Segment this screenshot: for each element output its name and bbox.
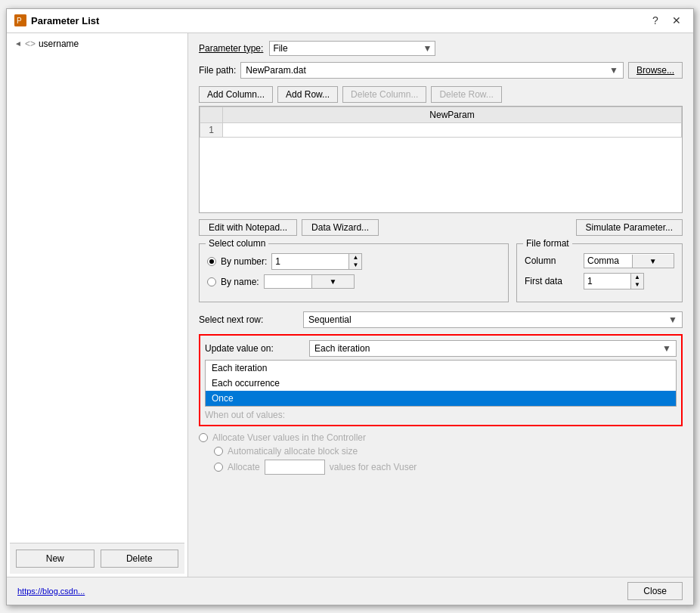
- when-out-row: When out of values:: [205, 410, 677, 420]
- title-bar: P Parameter List ? ✕: [7, 9, 693, 33]
- add-column-button[interactable]: Add Column...: [199, 86, 273, 103]
- update-value-dropdown-list: Each iteration Each occurrence Once: [205, 360, 677, 407]
- dropdown-item-each-occurrence[interactable]: Each occurrence: [206, 376, 676, 391]
- spinner-arrows: ▲ ▼: [348, 254, 361, 269]
- tree-node-icon: <>: [25, 39, 36, 49]
- update-value-value: Each iteration: [314, 343, 370, 354]
- by-number-input[interactable]: [272, 255, 348, 268]
- param-type-row: Parameter type: File ▼: [199, 41, 683, 56]
- first-data-input[interactable]: [584, 274, 630, 288]
- update-value-dropdown[interactable]: Each iteration ▼: [309, 340, 677, 357]
- by-name-label: By name:: [221, 277, 259, 287]
- table-cell[interactable]: [223, 122, 682, 137]
- select-next-row-row: Select next row: Sequential ▼: [199, 311, 683, 328]
- window-close-button[interactable]: ✕: [667, 11, 686, 29]
- select-next-row-dropdown[interactable]: Sequential ▼: [303, 311, 683, 328]
- title-bar-buttons: ? ✕: [646, 11, 686, 29]
- file-format-content: Column Comma ▼ First data ▲: [525, 253, 674, 289]
- when-out-label: When out of values:: [205, 410, 303, 420]
- spinner-down-button[interactable]: ▼: [349, 262, 361, 269]
- parameter-list-dialog: P Parameter List ? ✕ ◄ <> username New D…: [6, 8, 694, 605]
- data-wizard-button[interactable]: Data Wizard...: [302, 219, 379, 236]
- new-button[interactable]: New: [16, 550, 94, 568]
- edit-notepad-button[interactable]: Edit with Notepad...: [199, 219, 297, 236]
- add-row-button[interactable]: Add Row...: [277, 86, 338, 103]
- title-bar-left: P Parameter List: [14, 14, 99, 26]
- by-name-value: [265, 280, 312, 283]
- filepath-arrow-icon: ▼: [609, 65, 618, 76]
- delete-column-button[interactable]: Delete Column...: [342, 86, 426, 103]
- by-name-radio[interactable]: [207, 277, 216, 286]
- first-data-row: First data ▲ ▼: [525, 273, 674, 289]
- allocate-title-label: Allocate Vuser values in the Controller: [212, 432, 366, 443]
- data-table: NewParam 1: [200, 107, 682, 213]
- column-format-label: Column: [525, 255, 578, 266]
- param-type-value: File: [273, 43, 287, 54]
- update-value-arrow-icon: ▼: [662, 343, 671, 354]
- auto-allocate-radio[interactable]: [214, 447, 223, 456]
- allocate-label: Allocate: [228, 462, 260, 472]
- table-row: 1: [200, 122, 682, 137]
- select-next-row-arrow-icon: ▼: [668, 314, 677, 325]
- spinner-up-button[interactable]: ▲: [349, 254, 361, 262]
- browse-button[interactable]: Browse...: [628, 62, 683, 79]
- dialog-title: Parameter List: [31, 15, 99, 26]
- two-col-section: Select column By number: ▲ ▼: [199, 243, 683, 302]
- select-column-group: Select column By number: ▲ ▼: [199, 243, 509, 302]
- close-dialog-button[interactable]: Close: [627, 582, 683, 600]
- column-format-arrow-icon[interactable]: ▼: [632, 255, 674, 268]
- first-data-spinner[interactable]: ▲ ▼: [584, 273, 644, 289]
- dropdown-item-each-iteration[interactable]: Each iteration: [206, 361, 676, 376]
- column-format-dropdown[interactable]: Comma ▼: [584, 253, 674, 268]
- simulate-parameter-button[interactable]: Simulate Parameter...: [576, 219, 683, 236]
- allocate-section: Allocate Vuser values in the Controller …: [199, 432, 683, 478]
- auto-allocate-label: Automatically allocate block size: [228, 446, 358, 457]
- allocate-title-row: Allocate Vuser values in the Controller: [199, 432, 683, 443]
- by-name-arrow-icon[interactable]: ▼: [311, 275, 354, 288]
- table-spacer-row: [200, 137, 682, 212]
- table-row-num: 1: [200, 122, 223, 137]
- dialog-footer: https://blog.csdn... Close: [7, 577, 693, 605]
- delete-button[interactable]: Delete: [101, 550, 179, 568]
- select-column-title: Select column: [206, 238, 268, 249]
- first-data-spinner-arrows: ▲ ▼: [630, 274, 643, 289]
- bottom-toolbar: Edit with Notepad... Data Wizard... Simu…: [199, 219, 683, 236]
- filepath-input[interactable]: NewParam.dat ▼: [240, 62, 624, 79]
- update-value-label: Update value on:: [205, 343, 303, 354]
- tree-item-username[interactable]: ◄ <> username: [10, 36, 184, 51]
- allocate-input[interactable]: [265, 460, 325, 475]
- dropdown-item-once[interactable]: Once: [206, 391, 676, 406]
- values-each-vuser-label: values for each Vuser: [330, 462, 417, 472]
- column-format-value: Comma: [584, 254, 632, 268]
- allocate-section-radio[interactable]: [199, 433, 208, 442]
- footer-link[interactable]: https://blog.csdn...: [17, 587, 85, 596]
- first-data-up-button[interactable]: ▲: [631, 274, 643, 281]
- by-number-label: By number:: [221, 256, 267, 267]
- param-type-dropdown[interactable]: File ▼: [269, 41, 435, 56]
- auto-allocate-row: Automatically allocate block size: [199, 446, 683, 457]
- left-panel-footer: New Delete: [10, 543, 184, 574]
- by-number-row: By number: ▲ ▼: [207, 253, 500, 270]
- update-value-row: Update value on: Each iteration ▼: [205, 340, 677, 357]
- filepath-row: File path: NewParam.dat ▼ Browse...: [199, 62, 683, 79]
- by-number-spinner[interactable]: ▲ ▼: [271, 253, 362, 270]
- by-number-radio[interactable]: [207, 257, 216, 266]
- file-format-group: File format Column Comma ▼ First data: [516, 243, 683, 302]
- tree-arrow-icon: ◄: [14, 39, 22, 48]
- filepath-label: File path:: [199, 65, 236, 76]
- select-next-row-label: Select next row:: [199, 314, 297, 325]
- left-panel: ◄ <> username New Delete: [7, 33, 188, 577]
- first-data-down-button[interactable]: ▼: [631, 281, 643, 289]
- filepath-value: NewParam.dat: [246, 65, 305, 76]
- select-next-row-value: Sequential: [308, 314, 352, 325]
- delete-row-button[interactable]: Delete Row...: [431, 86, 501, 103]
- allocate-each-row: Allocate values for each Vuser: [199, 460, 683, 475]
- table-col-newparam: NewParam: [223, 107, 682, 122]
- allocate-each-radio[interactable]: [214, 463, 223, 472]
- data-table-container: NewParam 1: [199, 106, 683, 214]
- help-button[interactable]: ?: [646, 11, 664, 29]
- column-format-row: Column Comma ▼: [525, 253, 674, 268]
- param-type-arrow-icon: ▼: [423, 43, 432, 54]
- svg-text:P: P: [17, 17, 22, 25]
- by-name-dropdown[interactable]: ▼: [264, 274, 355, 289]
